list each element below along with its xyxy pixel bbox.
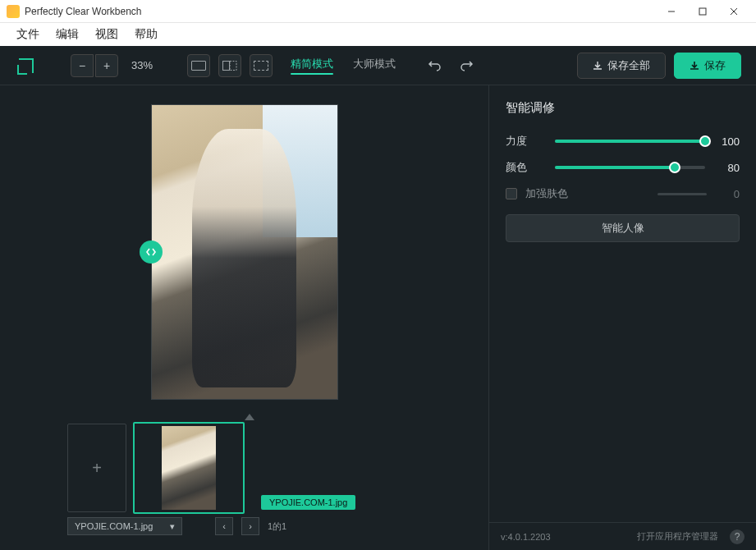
panel-title: 智能调修 [506, 100, 740, 116]
compare-handle[interactable] [140, 241, 163, 264]
save-button[interactable]: 保存 [674, 53, 741, 79]
statusbar: v:4.0.1.2203 打开应用程序管理器 ? [489, 522, 756, 550]
strength-label: 力度 [506, 134, 545, 149]
zoom-level: 33% [131, 59, 153, 71]
strength-slider[interactable] [555, 140, 705, 143]
compare-view-button[interactable] [218, 54, 241, 77]
zoom-in-button[interactable]: + [95, 54, 118, 77]
app-icon [7, 5, 20, 18]
slider-thumb[interactable] [699, 135, 711, 147]
toolbar: − + 33% 精简模式 大师模式 保存全部 保存 [0, 46, 756, 85]
fit-screen-button[interactable] [187, 54, 210, 77]
enhance-skin-row: 加强肤色 0 [506, 186, 740, 201]
mode-tabs: 精简模式 大师模式 [286, 53, 401, 78]
menu-help[interactable]: 帮助 [128, 25, 164, 44]
adjust-panel: 智能调修 力度 100 颜色 80 [489, 85, 756, 257]
logo-icon[interactable] [15, 54, 38, 77]
enhance-skin-checkbox[interactable] [506, 188, 517, 199]
thumbnail-filename: YPOJIE.COM-1.jpg [261, 495, 355, 510]
enhance-skin-label: 加强肤色 [525, 186, 649, 201]
menubar: 文件 编辑 视图 帮助 [0, 23, 756, 46]
menu-edit[interactable]: 编辑 [49, 25, 85, 44]
svg-rect-4 [223, 61, 230, 70]
filmstrip: + YPOJIE.COM-1.jpg YPOJIE.COM-1.jpg ▾ ‹ … [0, 419, 488, 550]
next-image-button[interactable]: › [241, 517, 259, 535]
maximize-button[interactable] [687, 1, 718, 22]
download-icon [593, 61, 603, 71]
minimize-button[interactable] [656, 1, 687, 22]
mode-master[interactable]: 大师模式 [348, 53, 401, 78]
main-area: + YPOJIE.COM-1.jpg YPOJIE.COM-1.jpg ▾ ‹ … [0, 85, 756, 550]
menu-file[interactable]: 文件 [10, 25, 46, 44]
color-label: 颜色 [506, 160, 545, 175]
color-slider-row: 颜色 80 [506, 160, 740, 175]
canvas[interactable] [0, 85, 488, 419]
zoom-out-button[interactable]: − [71, 54, 94, 77]
close-button[interactable] [718, 1, 749, 22]
download-icon [690, 61, 699, 71]
version-text: v:4.0.1.2203 [501, 532, 551, 542]
page-info: 1的1 [268, 520, 286, 533]
undo-button[interactable] [424, 54, 447, 77]
save-all-button[interactable]: 保存全部 [577, 53, 666, 79]
redo-button[interactable] [455, 54, 478, 77]
menu-view[interactable]: 视图 [89, 25, 125, 44]
enhance-skin-slider-disabled [657, 193, 707, 195]
file-dropdown[interactable]: YPOJIE.COM-1.jpg ▾ [67, 517, 182, 535]
svg-rect-5 [230, 61, 236, 70]
window-title: Perfectly Clear Workbench [25, 6, 656, 17]
crop-button[interactable] [250, 54, 273, 77]
thumbnail-selected[interactable] [133, 422, 245, 514]
smart-portrait-button[interactable]: 智能人像 [506, 214, 740, 242]
prev-image-button[interactable]: ‹ [215, 517, 233, 535]
tray-pointer-icon [245, 414, 254, 420]
titlebar: Perfectly Clear Workbench [0, 0, 756, 23]
chevron-down-icon: ▾ [170, 521, 175, 532]
open-app-manager-link[interactable]: 打开应用程序管理器 [637, 530, 718, 543]
add-image-button[interactable]: + [67, 424, 126, 512]
photo-preview [151, 104, 338, 400]
canvas-area: + YPOJIE.COM-1.jpg YPOJIE.COM-1.jpg ▾ ‹ … [0, 85, 488, 550]
strength-value: 100 [715, 135, 740, 148]
mode-simple[interactable]: 精简模式 [286, 53, 338, 78]
slider-thumb[interactable] [669, 162, 680, 173]
sidebar: 智能调修 力度 100 颜色 80 [488, 85, 756, 550]
color-value: 80 [715, 162, 740, 174]
zoom-group: − + [71, 54, 118, 77]
svg-rect-1 [699, 8, 706, 15]
app-body: − + 33% 精简模式 大师模式 保存全部 保存 [0, 46, 756, 550]
strength-slider-row: 力度 100 [506, 134, 740, 149]
enhance-skin-value: 0 [715, 188, 740, 200]
color-slider[interactable] [555, 166, 705, 169]
help-icon[interactable]: ? [730, 529, 745, 544]
